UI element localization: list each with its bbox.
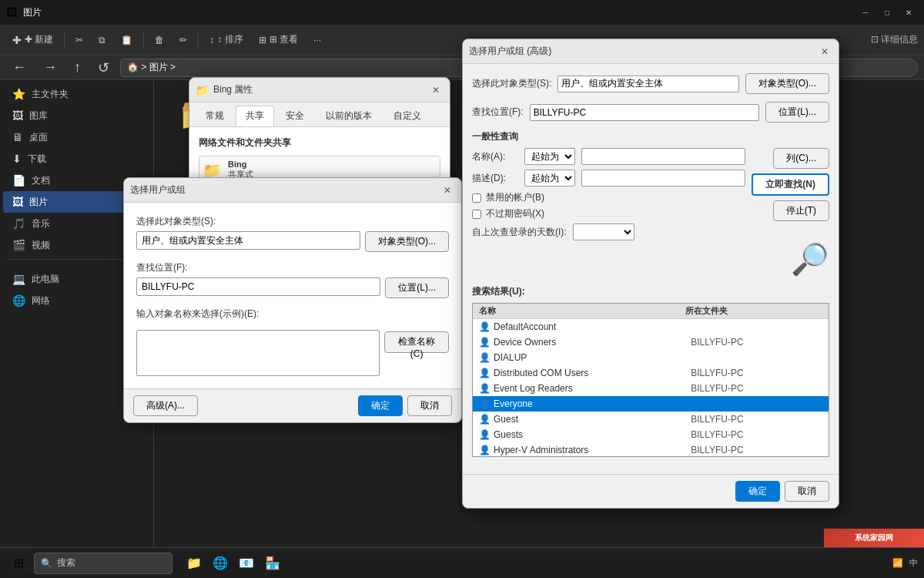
taskbar-browser-icon[interactable]: 🌐 <box>208 551 233 576</box>
select-user-body: 选择此对象类型(S): 用户、组或内置安全主体 对象类型(O)... 查找位置(… <box>124 203 461 388</box>
adv-name-label: 名称(A): <box>472 150 518 163</box>
adv-object-type-button[interactable]: 对象类型(O)... <box>745 73 829 94</box>
adv-days-select[interactable] <box>573 223 634 240</box>
bing-dialog-close[interactable]: ✕ <box>428 82 444 98</box>
adv-location-button[interactable]: 位置(L)... <box>765 102 829 123</box>
location-button[interactable]: 位置(L)... <box>385 277 449 298</box>
sidebar-desktop-label: 桌面 <box>29 131 48 144</box>
select-user-dialog: 选择用户或组 ✕ 选择此对象类型(S): 用户、组或内置安全主体 对象类型(O)… <box>123 177 462 423</box>
input-method[interactable]: 中 <box>909 557 918 569</box>
object-name-input[interactable] <box>136 330 380 376</box>
advanced-ok-button[interactable]: 确定 <box>735 481 780 502</box>
taskbar-explorer-icon[interactable]: 📁 <box>182 551 206 576</box>
paste-button[interactable]: 📋 <box>115 29 139 51</box>
object-type-button[interactable]: 对象类型(O)... <box>365 231 449 252</box>
results-container: 👤 DefaultAccount 👤 Device Owners BILLYFU… <box>473 319 829 457</box>
search-results-list[interactable]: 名称 所在文件夹 👤 DefaultAccount 👤 Device Owner… <box>472 303 829 457</box>
adv-location-section: 查找位置(F): BILLYFU-PC 位置(L)... <box>472 102 829 123</box>
copy-button[interactable]: ⧉ <box>92 29 112 51</box>
back-button[interactable]: ← <box>6 56 32 79</box>
find-now-button[interactable]: 立即查找(N) <box>752 173 829 196</box>
object-type-input-group: 用户、组或内置安全主体 对象类型(O)... <box>136 231 449 252</box>
adv-name-input[interactable] <box>581 148 745 165</box>
select-user-ok-button[interactable]: 确定 <box>358 395 403 416</box>
tab-share[interactable]: 共享 <box>236 106 274 126</box>
result-icon-6: 👤 <box>479 414 490 425</box>
result-name-0: DefaultAccount <box>494 321 691 332</box>
object-type-label: 选择此对象类型(S): <box>136 215 449 228</box>
adv-disabled-label: 禁用的帐户(B) <box>486 191 544 204</box>
advanced-close[interactable]: ✕ <box>817 44 832 59</box>
adv-desc-input[interactable] <box>581 170 745 187</box>
forward-button[interactable]: → <box>37 56 63 79</box>
cut-button[interactable]: ✂ <box>69 29 89 51</box>
adv-disabled-checkbox[interactable] <box>472 193 481 203</box>
right-panel-btn[interactable]: ⊡ 详细信息 <box>871 33 918 46</box>
result-name-4: Event Log Readers <box>494 383 691 394</box>
advanced-titlebar: 选择用户或组 (高级) ✕ <box>463 39 839 64</box>
result-row-3[interactable]: 👤 Distributed COM Users BILLYFU-PC <box>473 365 829 381</box>
view-icon: ⊞ <box>259 35 266 45</box>
sidebar-item-gallery[interactable]: 🖼 图库 <box>3 105 150 126</box>
sort-button[interactable]: ↕ ↕ 排序 <box>203 29 249 51</box>
taskbar-search[interactable]: 🔍 搜索 <box>34 553 172 574</box>
taskbar-store-icon[interactable]: 🏪 <box>260 551 285 576</box>
result-row-1[interactable]: 👤 Device Owners BILLYFU-PC <box>473 334 829 350</box>
view-button[interactable]: ⊞ ⊞ 查看 <box>253 29 304 51</box>
adv-object-type-section: 选择此对象类型(S): 用户、组或内置安全主体 对象类型(O)... <box>472 73 829 94</box>
result-row-5[interactable]: 👤 Everyone <box>473 396 829 412</box>
taskbar-search-icon: 🔍 <box>41 558 52 569</box>
tab-custom[interactable]: 自定义 <box>383 106 431 126</box>
object-type-input: 用户、组或内置安全主体 <box>136 231 360 250</box>
input-label-row: 输入对象名称来选择(示例)(E): <box>136 307 449 321</box>
check-name-button[interactable]: 检查名称(C) <box>384 331 449 353</box>
result-row-8[interactable]: 👤 Hyper-V Administrators BILLYFU-PC <box>473 442 829 457</box>
network-status-icon[interactable]: 📶 <box>892 558 903 568</box>
adv-name-filter[interactable]: 起始为 <box>524 148 575 165</box>
sidebar-item-home[interactable]: ⭐ 主文件夹 <box>3 83 150 105</box>
adv-desc-filter[interactable]: 起始为 <box>524 170 575 187</box>
result-row-2[interactable]: 👤 DIALUP <box>473 350 829 365</box>
more-button[interactable]: ··· <box>307 29 327 51</box>
divider-3 <box>198 32 199 48</box>
col-c-button[interactable]: 列(C)... <box>773 148 829 169</box>
delete-button[interactable]: 🗑 <box>149 29 170 51</box>
select-user-footer: 高级(A)... 确定 取消 <box>124 388 461 422</box>
adv-results-section: 搜索结果(U): 名称 所在文件夹 👤 DefaultAccount 👤 Dev… <box>472 285 829 457</box>
select-user-cancel-button[interactable]: 取消 <box>407 395 452 416</box>
rename-button[interactable]: ✏ <box>173 29 193 51</box>
result-icon-0: 👤 <box>479 321 490 332</box>
advanced-cancel-button[interactable]: 取消 <box>785 481 829 502</box>
maximize-button[interactable]: □ <box>878 3 896 22</box>
adv-days-row: 自上次查登录的天数(I): <box>472 223 745 240</box>
taskbar-icons: 📁 🌐 📧 🏪 <box>182 551 285 576</box>
new-button[interactable]: ✚ ✚ 新建 <box>6 29 59 51</box>
select-user-close[interactable]: ✕ <box>440 183 455 198</box>
sidebar-music-label: 音乐 <box>32 217 50 230</box>
detail-icon: ⊡ <box>871 34 879 45</box>
result-row-7[interactable]: 👤 Guests BILLYFU-PC <box>473 427 829 442</box>
result-row-0[interactable]: 👤 DefaultAccount <box>473 319 829 334</box>
result-location-6: BILLYFU-PC <box>691 414 822 425</box>
result-row-4[interactable]: 👤 Event Log Readers BILLYFU-PC <box>473 381 829 396</box>
result-icon-2: 👤 <box>479 352 490 363</box>
start-button[interactable]: ⊞ <box>6 551 31 576</box>
tab-security[interactable]: 安全 <box>276 106 314 126</box>
advanced-button[interactable]: 高级(A)... <box>133 395 198 416</box>
up-button[interactable]: ↑ <box>68 56 87 79</box>
stop-button[interactable]: 停止(T) <box>773 200 829 221</box>
result-location-4: BILLYFU-PC <box>691 383 822 394</box>
tab-previous[interactable]: 以前的版本 <box>316 106 382 126</box>
sidebar-videos-label: 视频 <box>32 239 50 252</box>
sidebar-item-downloads[interactable]: ⬇ 下载 <box>3 148 150 170</box>
pictures-icon: 🖼 <box>12 196 23 208</box>
minimize-button[interactable]: ─ <box>856 3 875 22</box>
close-button[interactable]: ✕ <box>899 3 918 22</box>
adv-query-left: 名称(A): 起始为 描述(D): 起始为 <box>472 148 745 277</box>
result-row-6[interactable]: 👤 Guest BILLYFU-PC <box>473 412 829 427</box>
sidebar-item-desktop[interactable]: 🖥 桌面 <box>3 126 150 148</box>
taskbar-mail-icon[interactable]: 📧 <box>234 551 259 576</box>
refresh-button[interactable]: ↺ <box>92 56 116 79</box>
tab-general[interactable]: 常规 <box>196 106 234 126</box>
adv-noexpiry-checkbox[interactable] <box>472 210 481 219</box>
